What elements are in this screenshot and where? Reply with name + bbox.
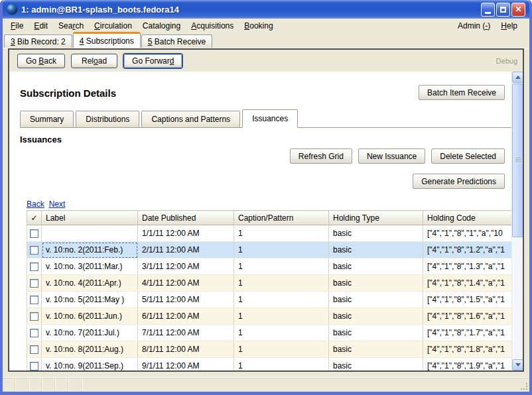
- column-header-holding-code[interactable]: Holding Code: [423, 211, 512, 225]
- menu-acquisitions[interactable]: Acquisitions: [186, 20, 239, 32]
- row-checkbox[interactable]: [30, 312, 38, 321]
- cell-code: ["4","1","8","1.2","a","1: [423, 242, 512, 258]
- table-row[interactable]: v. 10:no. 9(2011:Sep.)9/1/11 12:00 AM1ba…: [27, 358, 512, 371]
- column-header-label[interactable]: Label: [42, 211, 138, 225]
- menu-edit[interactable]: Edit: [29, 20, 53, 32]
- resize-grip[interactable]: [520, 382, 528, 390]
- tab-summary[interactable]: Summary: [20, 111, 74, 128]
- row-checkbox[interactable]: [30, 345, 38, 354]
- page-title: Subscription Details: [20, 87, 116, 99]
- go-forward-button[interactable]: Go Forward: [123, 54, 182, 68]
- statusbar: [3, 377, 529, 392]
- row-checkbox-cell: [27, 258, 42, 275]
- table-row[interactable]: v. 10:no. 2(2011:Feb.)2/1/11 12:00 AM1ba…: [27, 242, 512, 258]
- table-row[interactable]: v. 10:no. 5(2011:May )5/1/11 12:00 AM1ba…: [27, 292, 512, 308]
- issuances-grid: ✓LabelDate PublishedCaption/PatternHoldi…: [27, 210, 511, 370]
- grid-actions-row: Refresh GridNew IssuanceDelete Selected: [19, 148, 505, 164]
- vertical-scrollbar[interactable]: [511, 72, 523, 370]
- tab-distributions[interactable]: Distributions: [76, 111, 139, 128]
- statusbar-pane: [42, 378, 56, 392]
- maximize-button[interactable]: [496, 3, 510, 17]
- tab-issuances[interactable]: Issuances: [242, 109, 298, 128]
- table-row[interactable]: v. 10:no. 8(2011:Aug.)8/1/11 12:00 AM1ba…: [27, 341, 512, 358]
- table-row[interactable]: v. 10:no. 4(2011:Apr.)4/1/11 12:00 AM1ba…: [27, 275, 512, 292]
- subscription-subtabs: SummaryDistributionsCaptions and Pattern…: [20, 109, 511, 128]
- session-tab-3-bib-record-2[interactable]: 3 Bib Record: 2: [4, 34, 72, 48]
- cell-date: 4/1/11 12:00 AM: [138, 275, 234, 292]
- refresh-grid-button[interactable]: Refresh Grid: [290, 148, 352, 164]
- row-checkbox[interactable]: [30, 229, 38, 238]
- table-row[interactable]: v. 10:no. 6(2011:Jun.)6/1/11 12:00 AM1ba…: [27, 308, 512, 325]
- titlebar: 1: admin@BR1-splash_boots.fedora14 ✕: [3, 0, 529, 19]
- debug-label[interactable]: Debug: [496, 57, 517, 65]
- pager: BackNext: [27, 199, 511, 209]
- row-checkbox[interactable]: [30, 246, 38, 254]
- cell-type: basic: [329, 242, 423, 258]
- go-back-button[interactable]: Go Back: [17, 54, 65, 68]
- cell-caption: 1: [234, 308, 329, 325]
- generate-predictions-button[interactable]: Generate Predictions: [413, 174, 505, 189]
- delete-selected-button[interactable]: Delete Selected: [431, 148, 505, 164]
- cell-date: 1/1/11 12:00 AM: [138, 225, 234, 242]
- menu-help[interactable]: Help: [496, 20, 523, 32]
- reload-button[interactable]: Reload: [71, 54, 117, 68]
- menu-circulation[interactable]: Circulation: [89, 20, 137, 32]
- new-issuance-button[interactable]: New Issuance: [358, 148, 425, 164]
- minimize-button[interactable]: [481, 3, 495, 17]
- column-header-select[interactable]: ✓: [27, 211, 42, 225]
- row-checkbox[interactable]: [30, 362, 38, 370]
- batch-item-receive-button[interactable]: Batch Item Receive: [419, 85, 505, 100]
- cell-type: basic: [329, 258, 423, 275]
- cell-type: basic: [329, 275, 423, 292]
- navigation-toolbar: Go BackReloadGo Forward Debug: [9, 50, 523, 72]
- cell-date: 3/1/11 12:00 AM: [138, 258, 234, 275]
- scrollbar-thumb[interactable]: [512, 84, 523, 237]
- row-checkbox[interactable]: [30, 296, 38, 304]
- menu-booking[interactable]: Booking: [239, 20, 278, 32]
- arrow-up-icon: [515, 76, 521, 79]
- row-checkbox[interactable]: [30, 262, 38, 271]
- cell-code: ["4","1","8","1.5","a","1: [423, 292, 512, 308]
- cell-code: ["4","1","8","1.6","a","1: [423, 308, 512, 325]
- cell-caption: 1: [234, 275, 329, 292]
- row-checkbox[interactable]: [30, 329, 38, 337]
- cell-type: basic: [329, 341, 423, 358]
- cell-code: ["4","1","8","1.9","a","1: [423, 358, 512, 371]
- session-tab-4-subscriptions[interactable]: 4 Subscriptions: [73, 32, 141, 48]
- cell-code: ["4","1","8","1.4","a","1: [423, 275, 512, 292]
- session-tab-5-batch-receive[interactable]: 5 Batch Receive: [141, 34, 212, 48]
- cell-date: 7/1/11 12:00 AM: [138, 325, 234, 341]
- column-header-caption-pattern[interactable]: Caption/Pattern: [234, 211, 329, 225]
- statusbar-pane: [16, 378, 29, 392]
- menu-search[interactable]: Search: [53, 20, 89, 32]
- cell-label: v. 10:no. 5(2011:May ): [42, 292, 138, 308]
- cell-code: ["4","1","8","1","a","10: [423, 225, 512, 242]
- cell-label: v. 10:no. 2(2011:Feb.): [42, 242, 138, 258]
- menu-admin[interactable]: Admin (-): [452, 20, 496, 32]
- predictions-actions-row: Generate Predictions: [19, 174, 505, 189]
- tab-captions-and-patterns[interactable]: Captions and Patterns: [141, 111, 240, 128]
- table-row[interactable]: v. 10:no. 3(2011:Mar.)3/1/11 12:00 AM1ba…: [27, 258, 512, 275]
- cell-label: v. 10:no. 3(2011:Mar.): [42, 258, 138, 275]
- cell-label: v. 10:no. 6(2011:Jun.): [42, 308, 138, 325]
- cell-label: [42, 225, 138, 242]
- column-header-holding-type[interactable]: Holding Type: [329, 211, 423, 225]
- column-header-date-published[interactable]: Date Published: [138, 211, 234, 225]
- next-link[interactable]: Next: [49, 199, 66, 209]
- back-link[interactable]: Back: [27, 199, 44, 209]
- cell-type: basic: [329, 308, 423, 325]
- scroll-up-button[interactable]: [512, 72, 523, 83]
- cell-caption: 1: [234, 325, 329, 341]
- cell-code: ["4","1","8","1.7","a","1: [423, 325, 512, 341]
- row-checkbox-cell: [27, 225, 42, 242]
- menu-file[interactable]: File: [5, 20, 29, 32]
- row-checkbox-cell: [27, 292, 42, 308]
- row-checkbox[interactable]: [30, 279, 38, 288]
- menu-cataloging[interactable]: Cataloging: [137, 20, 186, 32]
- close-button[interactable]: ✕: [511, 3, 525, 17]
- row-checkbox-cell: [27, 308, 42, 325]
- scroll-down-button[interactable]: [512, 359, 523, 370]
- table-row[interactable]: v. 10:no. 7(2011:Jul.)7/1/11 12:00 AM1ba…: [27, 325, 512, 341]
- cell-type: basic: [329, 225, 423, 242]
- table-row[interactable]: 1/1/11 12:00 AM1basic["4","1","8","1","a…: [27, 225, 512, 242]
